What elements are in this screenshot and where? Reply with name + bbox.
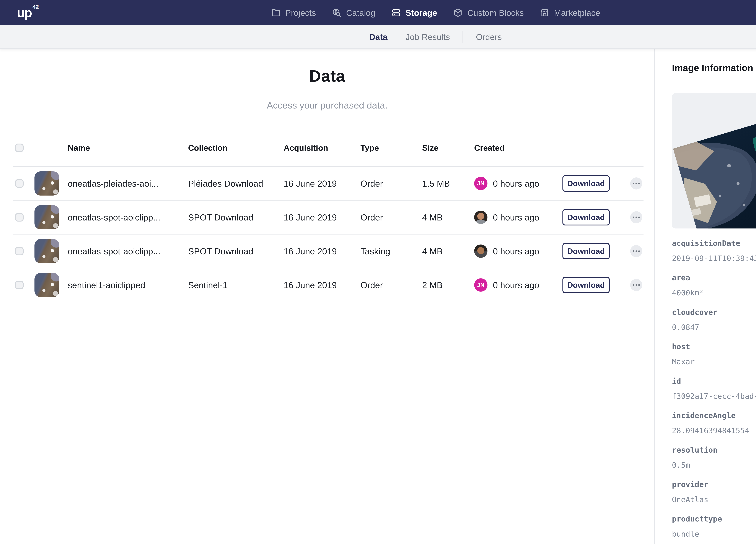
storefront-icon [539, 8, 550, 18]
column-header-created: Created [474, 143, 505, 153]
cell-name: oneatlas-pleiades-aoi... [68, 179, 158, 189]
cell-collection: SPOT Download [188, 212, 253, 223]
field-key: producttype [672, 514, 756, 524]
tab-divider [463, 31, 463, 43]
select-all-checkbox[interactable] [15, 144, 24, 152]
scene-thumbnail[interactable] [34, 273, 59, 297]
cell-collection: SPOT Download [188, 246, 253, 256]
tab-data[interactable]: Data [360, 32, 396, 42]
metadata-field: cloudcover 0.0847 [672, 307, 756, 332]
nav-item-label: Projects [285, 8, 316, 18]
panel-title: Image Information [672, 62, 753, 73]
cell-name: oneatlas-spot-aoiclipp... [68, 212, 160, 223]
field-value: 0.5m [672, 460, 756, 470]
nav-item-projects[interactable]: Projects [271, 8, 316, 18]
nav-item-marketplace[interactable]: Marketplace [539, 8, 600, 18]
cell-name: oneatlas-spot-aoiclipp... [68, 246, 160, 256]
download-button[interactable]: Download [562, 277, 610, 293]
table-header: Name Collection Acquisition Type Size Cr… [13, 129, 644, 167]
cell-created: 0 hours ago [493, 179, 539, 189]
field-value: f3092a17-cecc-4bad-9394-5263bc6663b3 [672, 391, 756, 401]
column-header-acquisition: Acquisition [284, 143, 328, 153]
tab-job-results[interactable]: Job Results [397, 32, 459, 42]
image-information-panel: Image Information ✕ [654, 48, 756, 544]
creator-avatar: JN [474, 278, 487, 291]
globe-search-icon [332, 8, 342, 18]
top-nav: up42 Projects Catalog Storage [0, 0, 756, 25]
column-header-name: Name [68, 143, 90, 153]
satellite-image-preview [672, 93, 756, 229]
more-options-button[interactable] [630, 279, 642, 291]
cell-created: 0 hours ago [493, 246, 539, 256]
creator-avatar-photo [474, 245, 487, 258]
page-subtitle: Access your purchased data. [0, 100, 654, 111]
panel-divider [672, 83, 756, 83]
cell-type: Tasking [360, 246, 390, 256]
cell-name: sentinel1-aoiclipped [68, 280, 145, 290]
scene-thumbnail[interactable] [34, 239, 59, 263]
row-checkbox[interactable] [15, 281, 24, 289]
cell-acquisition: 16 June 2019 [284, 179, 337, 189]
field-value: 4000km² [672, 288, 756, 298]
cell-collection: Sentinel-1 [188, 280, 228, 290]
logo-text: up [17, 6, 32, 20]
download-button[interactable]: Download [562, 209, 610, 226]
field-key: incidenceAngle [672, 410, 756, 421]
cell-type: Order [360, 280, 383, 290]
cell-type: Order [360, 212, 383, 223]
creator-avatar: JN [474, 177, 487, 190]
nav-item-label: Storage [406, 8, 437, 18]
up42-storage-page: up42 Projects Catalog Storage [0, 0, 756, 544]
primary-nav: Projects Catalog Storage Custom Blocks [271, 8, 600, 18]
nav-item-storage[interactable]: Storage [391, 8, 437, 18]
field-key: provider [672, 479, 756, 490]
metadata-field: area 4000km² [672, 272, 756, 298]
download-button[interactable]: Download [562, 175, 610, 192]
field-key: area [672, 272, 756, 283]
scene-thumbnail[interactable] [34, 171, 59, 196]
nav-item-catalog[interactable]: Catalog [332, 8, 375, 18]
field-key: resolution [672, 445, 756, 455]
column-header-collection: Collection [188, 143, 228, 153]
table-row[interactable]: oneatlas-spot-aoiclipp... SPOT Download … [13, 201, 644, 235]
table-row[interactable]: oneatlas-pleiades-aoi... Pléiades Downlo… [13, 167, 644, 201]
metadata-field: host Maxar [672, 341, 756, 367]
metadata-fields: acquisitionDate 2019-09-11T10:39:43.431Z… [672, 238, 756, 539]
panel-header: Image Information ✕ [672, 60, 756, 75]
metadata-field: resolution 0.5m [672, 445, 756, 470]
column-header-size: Size [422, 143, 438, 153]
field-value: OneAtlas [672, 494, 756, 505]
up42-logo[interactable]: up42 [17, 6, 39, 19]
metadata-field: provider OneAtlas [672, 479, 756, 505]
cell-size: 1.5 MB [422, 179, 450, 189]
more-options-button[interactable] [630, 178, 642, 190]
database-icon [391, 8, 401, 18]
cell-size: 2 MB [422, 280, 443, 290]
field-key: cloudcover [672, 307, 756, 317]
row-checkbox[interactable] [15, 213, 24, 222]
table-row[interactable]: sentinel1-aoiclipped Sentinel-1 16 June … [13, 269, 644, 302]
column-header-type: Type [360, 143, 379, 153]
row-checkbox[interactable] [15, 179, 24, 188]
nav-item-custom-blocks[interactable]: Custom Blocks [453, 8, 524, 18]
more-options-button[interactable] [630, 211, 642, 223]
nav-item-label: Custom Blocks [467, 8, 524, 18]
field-value: 0.0847 [672, 322, 756, 332]
scene-thumbnail[interactable] [34, 205, 59, 230]
nav-item-label: Catalog [346, 8, 375, 18]
metadata-field: id f3092a17-cecc-4bad-9394-5263bc6663b3 [672, 376, 756, 401]
page-title: Data [0, 67, 654, 85]
tab-orders[interactable]: Orders [467, 32, 511, 42]
table-row[interactable]: oneatlas-spot-aoiclipp... SPOT Download … [13, 235, 644, 269]
more-options-button[interactable] [630, 245, 642, 257]
field-key: id [672, 376, 756, 386]
field-key: host [672, 341, 756, 352]
metadata-field: producttype bundle [672, 514, 756, 539]
nav-item-label: Marketplace [554, 8, 600, 18]
row-checkbox[interactable] [15, 247, 24, 256]
download-button[interactable]: Download [562, 243, 610, 259]
metadata-field: incidenceAngle 28.09416394841554 [672, 410, 756, 436]
field-value: Maxar [672, 357, 756, 367]
cell-size: 4 MB [422, 246, 443, 256]
folder-icon [271, 8, 281, 18]
